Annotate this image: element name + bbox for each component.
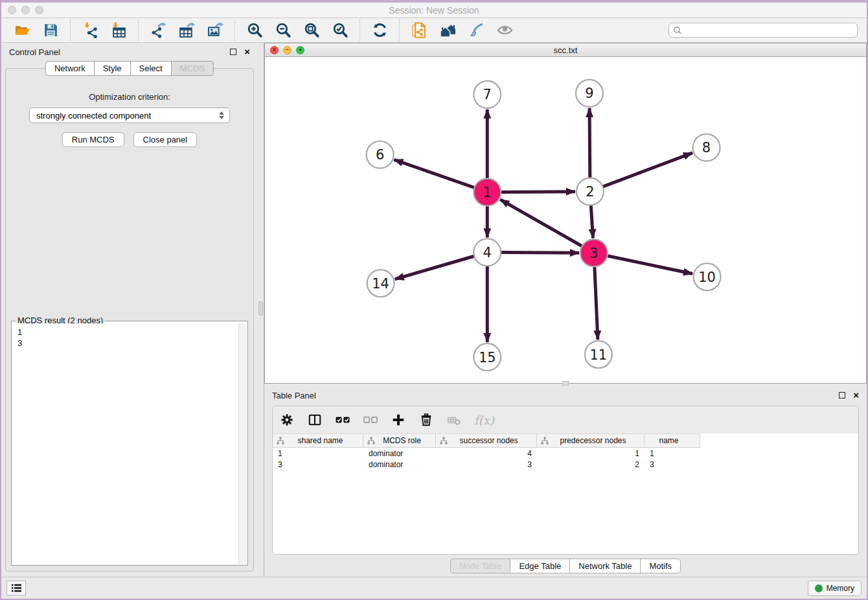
horizontal-splitter-grip[interactable] (562, 381, 569, 386)
export-network-icon[interactable] (148, 21, 168, 40)
edge-4-3[interactable] (501, 253, 579, 253)
table-cell[interactable]: 3 (436, 460, 537, 469)
edge-1-2[interactable] (501, 192, 575, 192)
node-7[interactable]: 7 (474, 81, 501, 108)
home-icon[interactable] (438, 21, 457, 40)
edge-2-9[interactable] (589, 108, 590, 178)
edge-2-8[interactable] (603, 153, 693, 187)
edge-2-3[interactable] (591, 205, 593, 238)
table-cell[interactable]: dominator (363, 460, 436, 469)
node-14[interactable]: 14 (367, 270, 394, 297)
import-network-icon[interactable] (80, 21, 100, 40)
node-9[interactable]: 9 (576, 80, 603, 107)
splitter-grip[interactable] (258, 301, 263, 316)
style-brush-icon[interactable] (466, 21, 486, 40)
node-4[interactable]: 4 (474, 238, 501, 266)
edge-4-14[interactable] (395, 256, 474, 279)
node-2[interactable]: 2 (577, 178, 604, 205)
network-graph: 7968124314101511 (265, 57, 866, 383)
vertical-splitter[interactable] (258, 43, 264, 577)
node-6[interactable]: 6 (367, 141, 394, 168)
node-3[interactable]: 3 (580, 239, 608, 266)
close-panel-button[interactable]: Close panel (133, 132, 198, 147)
table-cell[interactable]: 2 (537, 460, 645, 469)
deselect-all-columns-icon[interactable] (363, 412, 378, 428)
table-cell[interactable]: dominator (363, 449, 436, 458)
column-header-MCDS-role[interactable]: MCDS role (363, 433, 436, 448)
table-cell[interactable]: 1 (537, 449, 645, 458)
edge-1-6[interactable] (394, 159, 474, 187)
table-cell[interactable]: 1 (645, 449, 700, 458)
node-10[interactable]: 10 (694, 263, 721, 290)
export-table-icon[interactable] (177, 21, 196, 40)
node-15[interactable]: 15 (474, 343, 501, 371)
svg-text:9: 9 (585, 86, 593, 101)
open-file-icon[interactable] (12, 21, 32, 40)
svg-text:14: 14 (372, 276, 389, 292)
delete-row-trash-icon[interactable] (418, 412, 434, 428)
column-header-name[interactable]: name (645, 433, 700, 448)
edge-3-11[interactable] (595, 266, 598, 340)
float-panel-icon[interactable] (230, 49, 236, 55)
submit-network-icon[interactable] (409, 21, 429, 40)
tab-network-table[interactable]: Network Table (569, 559, 641, 573)
mcds-result-area[interactable]: 1 3 (12, 323, 247, 564)
column-header-predecessor-nodes[interactable]: predecessor nodes (537, 433, 645, 448)
search-box[interactable] (668, 23, 858, 38)
table-body: 1dominator4113dominator323 (273, 448, 858, 470)
edge-3-10[interactable] (607, 256, 692, 274)
tab-node-table[interactable]: Node Table (450, 559, 511, 573)
svg-text:6: 6 (376, 147, 384, 163)
app-window: Session: New Session (0, 0, 868, 600)
table-cell[interactable]: 4 (436, 449, 537, 458)
tab-style[interactable]: Style (94, 61, 131, 76)
network-canvas[interactable]: 7968124314101511 (265, 57, 866, 383)
tab-edge-table[interactable]: Edge Table (510, 559, 570, 573)
split-columns-icon[interactable] (307, 412, 323, 428)
import-table-icon[interactable] (109, 21, 128, 40)
close-table-panel-icon[interactable]: × (853, 392, 859, 398)
table-cell[interactable]: 1 (273, 449, 363, 458)
select-all-columns-icon[interactable] (335, 412, 350, 428)
tab-motifs[interactable]: Motifs (640, 559, 681, 573)
add-row-icon[interactable] (391, 412, 406, 428)
control-panel-tabs: Network Style Select MCDS (1, 61, 258, 76)
result-scrollbar[interactable] (238, 323, 247, 564)
tab-network[interactable]: Network (45, 61, 95, 76)
save-session-icon[interactable] (41, 21, 60, 40)
zoom-in-icon[interactable] (245, 21, 264, 40)
content-area: Control Panel × Network Style Select MCD… (1, 43, 867, 577)
node-8[interactable]: 8 (693, 134, 720, 161)
network-window: × − + scc.txt 7968124314101511 (264, 43, 867, 384)
zoom-selected-icon[interactable] (330, 21, 350, 40)
tab-select[interactable]: Select (130, 61, 172, 76)
run-mcds-button[interactable]: Run MCDS (62, 132, 124, 147)
zoom-fit-icon[interactable] (302, 21, 321, 40)
edge-3-1[interactable] (500, 200, 582, 246)
tab-mcds[interactable]: MCDS (171, 61, 214, 76)
titlebar: Session: New Session (1, 3, 867, 18)
node-11[interactable]: 11 (585, 341, 612, 368)
zoom-out-icon[interactable] (273, 21, 293, 40)
right-column: × − + scc.txt 7968124314101511 Table Pan… (264, 43, 867, 577)
table-row[interactable]: 1dominator411 (273, 448, 858, 459)
criterion-select[interactable]: strongly connected component (29, 108, 230, 123)
float-table-panel-icon[interactable] (839, 392, 845, 398)
table-cell[interactable]: 3 (645, 460, 700, 469)
export-image-icon[interactable] (205, 21, 225, 40)
column-header-shared-name[interactable]: shared name (273, 433, 363, 448)
table-row[interactable]: 3dominator323 (273, 459, 858, 470)
node-1[interactable]: 1 (474, 179, 501, 206)
table-tabs: Node Table Edge Table Network Table Moti… (264, 555, 867, 577)
search-input[interactable] (685, 26, 853, 35)
close-panel-icon[interactable]: × (244, 49, 250, 55)
column-header-successor-nodes[interactable]: successor nodes (436, 433, 537, 448)
refresh-view-icon[interactable] (370, 21, 389, 40)
table-settings-gear-icon[interactable] (279, 412, 295, 428)
task-history-button[interactable] (6, 581, 26, 595)
memory-button[interactable]: Memory (808, 581, 862, 596)
table-cell[interactable]: 3 (273, 460, 363, 469)
toolbar-separator (399, 19, 400, 41)
svg-text:10: 10 (698, 270, 716, 285)
svg-text:3: 3 (589, 246, 598, 261)
